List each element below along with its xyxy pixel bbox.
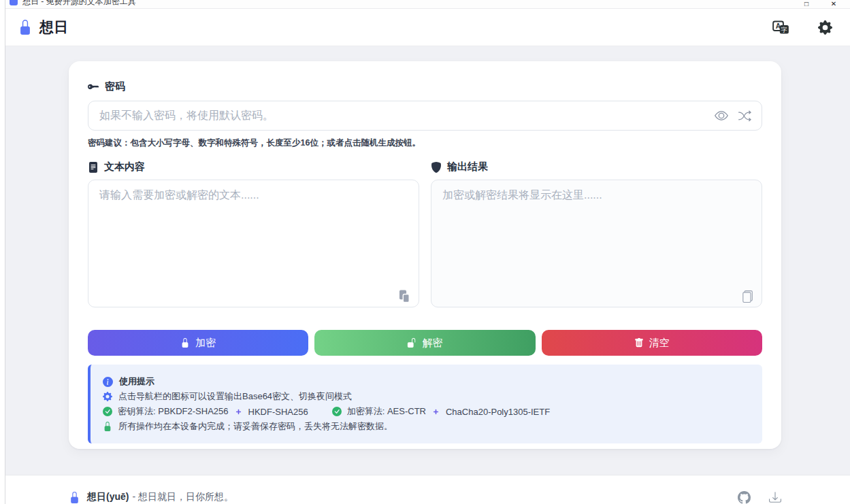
shuffle-icon[interactable]: [738, 110, 751, 122]
input-panel: 文本内容: [88, 161, 419, 310]
app-header: 想日 A 字: [0, 9, 850, 46]
decrypt-button[interactable]: 解密: [314, 330, 535, 356]
app-title: 想日: [39, 18, 68, 37]
maximize-button[interactable]: □: [793, 0, 820, 7]
eye-icon[interactable]: [715, 109, 728, 122]
window-title: 想日 - 免费开源的文本加密工具: [22, 0, 136, 7]
encrypt-label: 加密: [195, 337, 216, 350]
main-content: 密码 密码建议：包含大小写字母、数字和特殊符号，长度至少16位；或者点击随机生成…: [0, 61, 850, 475]
check-icon: [332, 407, 342, 416]
check-icon: [103, 407, 112, 416]
window-titlebar: 想日 - 免费开源的文本加密工具 □ ✕: [0, 0, 850, 9]
tips-privacy: 所有操作均在本设备内完成；请妥善保存密码，丢失将无法解密数据。: [118, 420, 393, 433]
cipher-extra: ChaCha20-Poly1305-IETF: [446, 407, 550, 417]
output-panel: 输出结果: [431, 161, 762, 310]
gear-icon: [103, 392, 112, 401]
info-icon: [103, 377, 113, 387]
output-label: 输出结果: [447, 161, 488, 173]
password-input[interactable]: [88, 101, 762, 131]
decrypt-label: 解密: [422, 337, 442, 350]
kdf-extra: HKDF-SHA256: [248, 407, 308, 417]
password-hint: 密码建议：包含大小写字母、数字和特殊符号，长度至少16位；或者点击随机生成按钮。: [88, 137, 762, 149]
shield-icon: [431, 162, 442, 173]
key-icon: [88, 81, 99, 93]
settings-button[interactable]: [818, 20, 832, 35]
output-section-label: 输出结果: [431, 161, 762, 173]
plus-icon: [234, 407, 243, 416]
input-section-label: 文本内容: [88, 161, 419, 173]
document-icon: [88, 162, 99, 173]
result-textarea[interactable]: [431, 180, 762, 307]
brand: 想日: [18, 18, 68, 37]
gear-icon: [818, 20, 832, 35]
footer-brand: 想日(yuē): [87, 491, 129, 503]
cipher-algorithms: 加密算法: AES-CTR: [347, 405, 426, 418]
translate-icon: A 字: [772, 20, 789, 35]
close-button[interactable]: ✕: [820, 0, 847, 7]
password-section-label: 密码: [88, 80, 762, 93]
footer-lock-icon: [69, 492, 80, 503]
lock-closed-icon: [180, 338, 190, 348]
lock-icon: [103, 422, 112, 431]
window-left-edge: [0, 0, 5, 504]
clear-button[interactable]: 清空: [542, 330, 762, 356]
password-field-row: [88, 101, 762, 131]
input-label: 文本内容: [104, 161, 145, 173]
trash-icon: [634, 338, 644, 348]
app-footer: 想日(yuē) - 想日就日，日你所想。: [0, 475, 850, 504]
download-icon[interactable]: [769, 491, 781, 503]
base64-translate-toggle[interactable]: A 字: [772, 20, 789, 35]
plus-icon: [431, 407, 440, 416]
password-label: 密码: [105, 80, 125, 93]
tips-title: 使用提示: [119, 375, 154, 388]
app-lock-icon: [18, 20, 33, 35]
encrypt-button[interactable]: 加密: [88, 330, 308, 356]
footer-tagline: - 想日就日，日你所想。: [132, 491, 233, 503]
github-icon[interactable]: [738, 491, 751, 504]
svg-text:字: 字: [781, 26, 787, 33]
kdf-algorithms: 密钥算法: PBKDF2-SHA256: [118, 405, 229, 418]
lock-open-icon: [407, 338, 416, 348]
copy-icon[interactable]: [741, 290, 753, 303]
paste-icon[interactable]: [397, 290, 410, 303]
favicon: [10, 0, 18, 5]
clear-label: 清空: [649, 337, 670, 350]
tips-nav-hint: 点击导航栏的图标可以设置输出Base64密文、切换夜间模式: [118, 390, 352, 403]
crypto-card: 密码 密码建议：包含大小写字母、数字和特殊符号，长度至少16位；或者点击随机生成…: [69, 61, 781, 449]
plaintext-textarea[interactable]: [88, 180, 419, 307]
usage-tips-box: 使用提示 点击导航栏的图标可以设置输出Base64密文、切换夜间模式 密钥算法:…: [88, 365, 762, 443]
